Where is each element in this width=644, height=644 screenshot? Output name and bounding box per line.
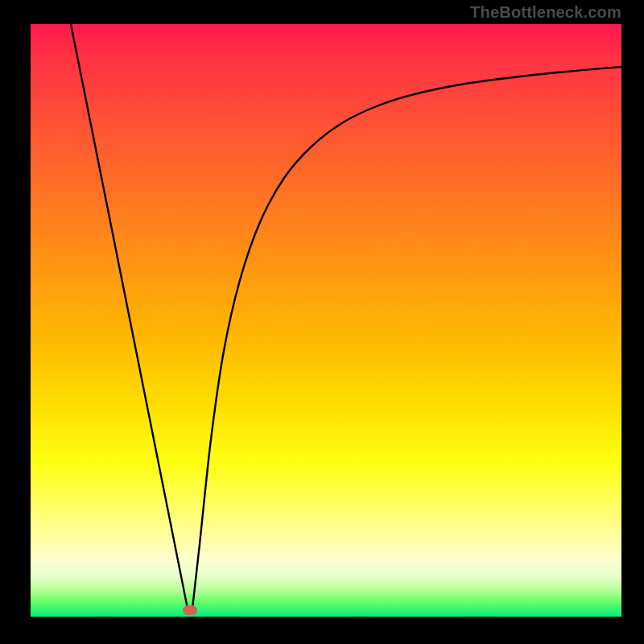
attribution-text: TheBottleneck.com: [470, 3, 621, 22]
vertex-marker: [183, 605, 197, 615]
curve-svg: [31, 24, 621, 617]
right-branch-path: [192, 67, 621, 609]
plot-area: [31, 24, 621, 617]
left-branch-path: [71, 24, 188, 609]
chart-container: TheBottleneck.com: [0, 0, 644, 644]
